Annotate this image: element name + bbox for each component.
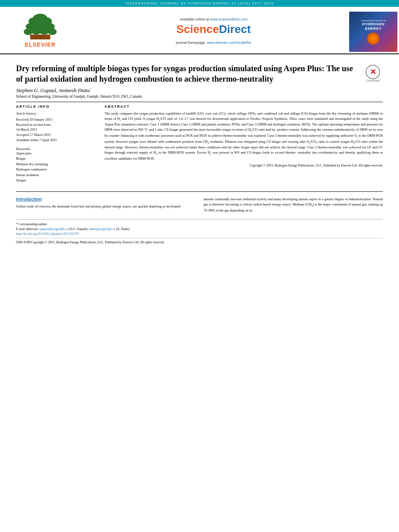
doi-link[interactable]: http://dx.doi.org/10.1016/j.ijhydene.201… (16, 232, 79, 236)
keywords-block: Keywords: Aspen plus Biogas Methane dry … (16, 147, 97, 184)
journal-cover-area: International Journal of HYDROGENENERGY (347, 10, 399, 53)
journal-cover: International Journal of HYDROGENENERGY (349, 12, 397, 52)
abstract-col: ABSTRACT The study compares the syngas p… (105, 105, 383, 183)
received-revised-date: 14 March 2015 (16, 127, 97, 132)
affiliation-text: School of Engineering, University of Gue… (16, 94, 383, 99)
available-online-date: Available online 7 April 2015 (16, 138, 97, 143)
article-title-area: Dry reforming of multiple biogas types f… (16, 63, 383, 84)
corresponding-footnote: * Corresponding author. (16, 222, 383, 227)
email-label: E-mail addresses: (16, 227, 39, 231)
authors-text: Stephen G. Gopaul, Animesh Dutta (16, 87, 90, 93)
journal-banner: INTERNATIONAL JOURNAL OF HYDROGEN ENERGY… (0, 0, 399, 7)
journal-cover-badge (367, 33, 379, 45)
introduction-two-col: Introduction Global crude oil reserves, … (16, 197, 383, 213)
introduction-section: Introduction Global crude oil reserves, … (16, 191, 383, 213)
copyright-text: Copyright © 2015, Hydrogen Energy Public… (105, 163, 383, 168)
journal-cover-title: International Journal of HYDROGENENERGY (361, 19, 385, 31)
article-info-header: ARTICLE INFO (16, 105, 97, 109)
keyword-5: Partial oxidation (16, 173, 97, 178)
elsevier-tree-icon (22, 12, 58, 41)
science-part: Science (176, 23, 219, 35)
keyword-6: Syngas (16, 178, 97, 183)
main-content: Dry reforming of multiple biogas types f… (0, 54, 399, 249)
email1-note: (S.G. Gopaul), (69, 227, 88, 231)
keyword-1: Aspen plus (16, 151, 97, 156)
abstract-text: The study compares the syngas production… (105, 111, 383, 161)
article-info-abstract-section: ARTICLE INFO Article history: Received 2… (16, 105, 383, 183)
divider-1 (16, 102, 383, 102)
svg-point-8 (39, 27, 49, 35)
elsevier-wordmark: ELSEVIER (25, 41, 56, 48)
svg-point-9 (48, 29, 57, 35)
authors-line: Stephen G. Gopaul, Animesh Dutta* (16, 87, 383, 94)
article-info-col: ARTICLE INFO Article history: Received 2… (16, 105, 97, 183)
keyword-4: Hydrogen combustion (16, 167, 97, 173)
corresponding-note-text: * Corresponding author. (16, 222, 47, 226)
email2-link[interactable]: adutta@uoguelph.ca (89, 227, 115, 231)
received-revised-label: Received in revised form (16, 122, 97, 127)
available-online-text: Available online at www.sciencedirect.co… (180, 17, 248, 21)
doi-line: http://dx.doi.org/10.1016/j.ijhydene.201… (16, 232, 383, 236)
issn-footer: 0360-3199/Copyright © 2015, Hydrogen Ene… (16, 238, 383, 245)
sciencedirect-logo: ScienceDirect (176, 24, 251, 35)
article-history-label: Article history: (16, 111, 97, 116)
email-footnote: E-mail addresses: sgopaul@uoguelph.ca (S… (16, 227, 383, 232)
journal-header-center: Available online at www.sciencedirect.co… (80, 10, 347, 53)
intro-col-left: Introduction Global crude oil reserves, … (16, 197, 195, 213)
email1-link[interactable]: sgopaul@uoguelph.ca (40, 227, 68, 231)
introduction-heading: Introduction (16, 197, 195, 201)
journal-header: ELSEVIER Available online at www.science… (0, 7, 399, 54)
received-date: Received 29 January 2015 (16, 117, 97, 122)
keywords-label: Keywords: (16, 147, 31, 151)
intro-text-col1: Global crude oil reserves, the dominant … (16, 204, 195, 209)
crossmark-icon: ✕ (366, 65, 380, 79)
journal-homepage-url[interactable]: www.elsevier.com/locate/he (207, 41, 251, 45)
direct-part: Direct (219, 23, 251, 35)
email2-note: (A. Dutta). (116, 227, 130, 231)
keyword-2: Biogas (16, 156, 97, 162)
journal-homepage-line: journal homepage: www.elsevier.com/locat… (176, 41, 251, 45)
elsevier-logo-area: ELSEVIER (0, 10, 80, 53)
keyword-3: Methane dry reforming (16, 162, 97, 167)
article-history-block: Article history: Received 29 January 201… (16, 111, 97, 143)
elsevier-logo-box: ELSEVIER (16, 12, 64, 48)
crossmark-label: CrossMark (366, 79, 380, 82)
sciencedirect-url[interactable]: www.sciencedirect.com (210, 17, 248, 21)
crossmark-badge[interactable]: ✕ CrossMark (363, 63, 383, 83)
corresponding-asterisk: * (90, 88, 91, 90)
intro-text-col2: nations continually increase industrial … (204, 197, 383, 213)
journal-banner-text: INTERNATIONAL JOURNAL OF HYDROGEN ENERGY… (125, 2, 274, 5)
article-title: Dry reforming of multiple biogas types f… (16, 63, 383, 84)
intro-col-right: nations continually increase industrial … (204, 197, 383, 213)
footnote-section: * Corresponding author. E-mail addresses… (16, 219, 383, 245)
abstract-header: ABSTRACT (105, 105, 383, 109)
accepted-date: Accepted 17 March 2015 (16, 132, 97, 138)
